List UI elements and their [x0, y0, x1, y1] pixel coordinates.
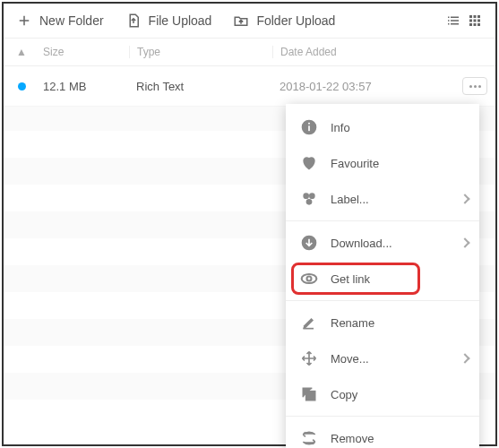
chevron-right-icon: [460, 194, 469, 203]
toolbar: New Folder File Upload Folder Upload: [4, 4, 495, 39]
chevron-right-icon: [460, 353, 469, 363]
folder-upload-button[interactable]: Folder Upload: [233, 13, 335, 29]
svg-rect-1: [308, 125, 310, 131]
header-type[interactable]: Type: [129, 46, 272, 58]
list-view-icon[interactable]: [445, 13, 461, 29]
heart-icon: [300, 154, 318, 172]
new-folder-button[interactable]: New Folder: [16, 13, 104, 29]
menu-download[interactable]: Download...: [286, 225, 479, 261]
menu-move[interactable]: Move...: [286, 340, 479, 376]
chevron-right-icon: [460, 237, 469, 247]
selection-indicator: [4, 82, 39, 90]
menu-remove[interactable]: Remove: [286, 420, 479, 448]
menu-info[interactable]: Info: [286, 109, 479, 145]
view-toggle[interactable]: [445, 13, 483, 29]
column-headers: ▲ Size Type Date Added: [4, 39, 495, 66]
plus-icon: [16, 13, 32, 29]
svg-point-4: [309, 193, 315, 199]
file-upload-button[interactable]: File Upload: [125, 13, 212, 29]
cell-type: Rich Text: [129, 80, 272, 93]
more-actions-button[interactable]: [462, 77, 487, 95]
folder-upload-label: Folder Upload: [256, 13, 335, 28]
svg-point-2: [308, 123, 310, 125]
menu-label[interactable]: Label...: [286, 181, 479, 217]
table-row[interactable]: 12.1 MB Rich Text 2018-01-22 03:57: [4, 66, 495, 107]
menu-favourite[interactable]: Favourite: [286, 145, 479, 181]
remove-icon: [300, 429, 318, 447]
header-date[interactable]: Date Added: [272, 46, 495, 58]
menu-get-link[interactable]: Get link: [286, 261, 479, 297]
cell-date: 2018-01-22 03:57: [272, 80, 454, 93]
pencil-icon: [300, 314, 318, 332]
menu-rename[interactable]: Rename: [286, 305, 479, 340]
folder-upload-icon: [233, 13, 249, 29]
copy-icon: [300, 385, 318, 403]
svg-point-3: [303, 193, 309, 199]
move-icon: [300, 349, 318, 367]
link-icon: [300, 270, 318, 288]
context-menu: Info Favourite Label... Download... Get …: [286, 104, 479, 448]
info-icon: [300, 118, 318, 136]
header-size[interactable]: Size: [39, 46, 129, 58]
sort-indicator[interactable]: ▲: [4, 46, 39, 58]
label-icon: [300, 190, 318, 208]
file-upload-label: File Upload: [149, 13, 212, 28]
menu-copy[interactable]: Copy: [286, 376, 479, 412]
download-icon: [300, 234, 318, 252]
svg-point-5: [306, 199, 313, 205]
svg-point-8: [307, 277, 312, 281]
new-folder-label: New Folder: [39, 13, 104, 28]
file-upload-icon: [125, 13, 142, 29]
grid-view-icon[interactable]: [467, 13, 483, 29]
cell-size: 12.1 MB: [39, 80, 129, 93]
